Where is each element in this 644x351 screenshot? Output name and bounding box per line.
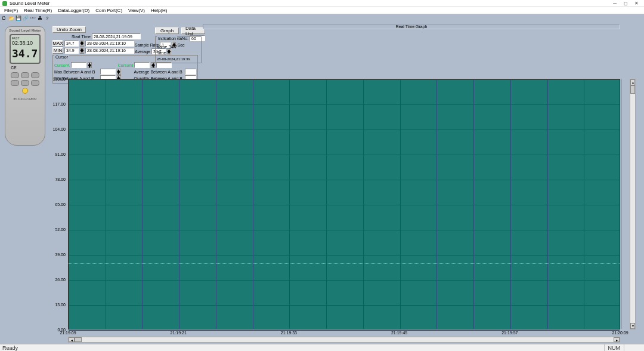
y-axis-labels: 0.0013.0026.0039.0052.0065.0078.0091.001…: [54, 79, 67, 330]
ind-value-label: Value: [157, 45, 167, 49]
help-icon[interactable]: ?: [44, 15, 50, 21]
min-button[interactable]: MIN: [52, 47, 63, 54]
cursor-b-label: CursorB: [118, 63, 134, 67]
ce-mark: CE: [11, 66, 39, 70]
avgab-field: [185, 69, 197, 75]
cursor-a-stepper[interactable]: ▲▼: [88, 62, 92, 68]
menu-datalogger[interactable]: DataLogger(D): [55, 8, 92, 13]
cursor-legend: Cursor: [54, 55, 69, 59]
scroll-down-icon[interactable]: ▾: [630, 323, 635, 329]
device-btn-fast: [21, 80, 29, 86]
new-icon[interactable]: 🗋: [1, 15, 7, 21]
graph-title: Real Time Graph: [203, 24, 620, 29]
status-ready: Ready: [2, 345, 18, 351]
device-btn-maxmin: [21, 72, 29, 78]
scrollbar-thumb-x[interactable]: [75, 337, 82, 342]
horizontal-scrollbar[interactable]: ◂ ▸: [68, 337, 620, 343]
device-lcd: FAST 02:38:10 34.7: [10, 34, 41, 64]
indication-group: Indication Value 34.7 Time 28-08-2024,21…: [155, 35, 202, 63]
plot-canvas[interactable]: [68, 79, 620, 330]
ind-time-label: Time: [157, 51, 166, 55]
min-stepper[interactable]: ▲▼: [80, 48, 84, 54]
scroll-up-icon[interactable]: ▴: [630, 79, 635, 85]
maxab-field: [100, 69, 115, 75]
menu-help[interactable]: Help(H): [148, 8, 171, 13]
min-time-field: 28-08-2024,21:19:16: [85, 48, 134, 54]
cursor-a-field[interactable]: [71, 62, 86, 68]
max-stepper[interactable]: ▲▼: [80, 41, 84, 47]
view-tabs: Graph Data List: [155, 27, 205, 34]
status-num: NUM: [604, 344, 624, 351]
app-icon: [2, 1, 7, 6]
scroll-left-icon[interactable]: ◂: [69, 337, 75, 342]
device-brand: Sound Level Meter: [7, 29, 43, 32]
toolbar: 🗋 📂 💾 🔗 👓 🖶 ?: [0, 14, 644, 21]
max-value-field: 34.7: [64, 41, 79, 47]
scrollbar-thumb-y[interactable]: [630, 85, 635, 94]
menu-comport[interactable]: Com Port(C): [92, 8, 125, 13]
lcd-time: 02:38:10: [12, 40, 33, 46]
ind-time: 28-08-2024,21:19:39: [157, 57, 190, 61]
device-buttons: [7, 72, 43, 94]
start-time-field: 28-08-2024,21:19:09: [92, 33, 141, 39]
avg-label: Average: [135, 50, 150, 54]
max-button[interactable]: MAX: [52, 40, 63, 47]
ind-value: 34.7: [169, 45, 177, 49]
print-icon[interactable]: 🖶: [37, 15, 43, 21]
device-btn-power: [22, 88, 28, 94]
max-time-field: 28-08-2024,21:19:10: [85, 41, 134, 47]
device-compliance: IEC 61672-1 CLASS2: [7, 97, 43, 100]
glasses-icon[interactable]: 👓: [30, 15, 36, 21]
close-button[interactable]: ✕: [631, 1, 642, 7]
tab-graph[interactable]: Graph: [155, 27, 179, 34]
maxab-label: Max.Between A and B: [54, 70, 99, 74]
maximize-button[interactable]: ◻: [620, 1, 631, 7]
device-btn-hold: [31, 72, 39, 78]
cursor-a-label: CursorA: [54, 63, 70, 67]
lcd-reading: 34.7: [12, 47, 38, 60]
cursor-b-field[interactable]: [134, 62, 150, 68]
device-mockup: Sound Level Meter FAST 02:38:10 34.7 CE …: [5, 26, 45, 146]
main-area: Sound Level Meter FAST 02:38:10 34.7 CE …: [0, 21, 644, 344]
window-title: Sound Level Meter: [10, 1, 609, 6]
start-time-label: Start Time: [72, 35, 91, 39]
tab-datalist[interactable]: Data List: [181, 27, 205, 34]
link-icon[interactable]: 🔗: [23, 15, 29, 21]
save-icon[interactable]: 💾: [16, 15, 21, 21]
chart-area: 0.0013.0026.0039.0052.0065.0078.0091.001…: [54, 79, 626, 335]
indication-legend: Indication: [157, 36, 177, 41]
menu-view[interactable]: View(V): [125, 8, 148, 13]
device-btn-rec: [31, 80, 39, 86]
menu-realtime[interactable]: Real Time(R): [21, 8, 55, 13]
min-value-field: 34.9: [64, 48, 79, 54]
open-icon[interactable]: 📂: [8, 15, 14, 21]
window-titlebar: Sound Level Meter ─ ◻ ✕: [0, 0, 644, 7]
undo-zoom-button[interactable]: Undo Zoom: [52, 26, 86, 33]
status-empty: [624, 344, 642, 351]
menu-file[interactable]: File(F): [1, 8, 21, 13]
device-btn-ac: [11, 72, 19, 78]
device-btn-setup: [11, 80, 19, 86]
scroll-right-icon[interactable]: ▸: [614, 337, 620, 342]
avgab-label: Average Between A and B: [134, 70, 184, 74]
status-bar: Ready NUM: [0, 344, 644, 351]
menu-bar: File(F) Real Time(R) DataLogger(D) Com P…: [0, 7, 644, 14]
vertical-scrollbar[interactable]: ▴ ▾: [630, 79, 636, 330]
minimize-button[interactable]: ─: [609, 1, 620, 7]
